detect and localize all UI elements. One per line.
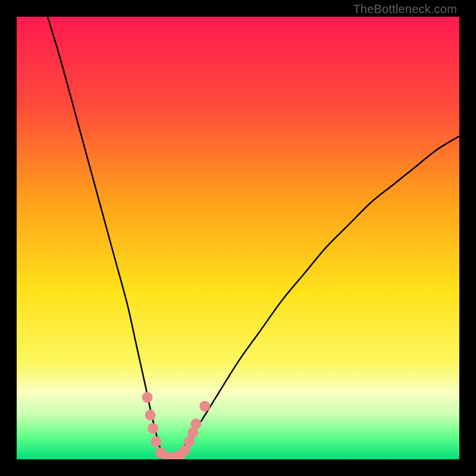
watermark-text: TheBottleneck.com bbox=[353, 2, 457, 16]
chart-frame bbox=[0, 0, 476, 476]
